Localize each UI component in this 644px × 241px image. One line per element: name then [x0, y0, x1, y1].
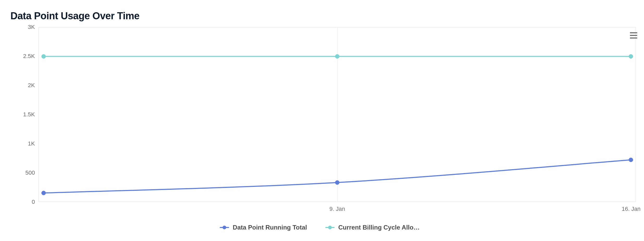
y-tick-label: 1K [4, 140, 35, 147]
y-tick-label: 500 [4, 169, 35, 176]
y-tick-label: 2K [4, 82, 35, 89]
series-point[interactable] [629, 54, 633, 59]
y-tick-label: 2.5K [4, 53, 35, 60]
series-line [44, 160, 631, 193]
y-tick-label: 3K [4, 24, 35, 30]
legend-item[interactable]: Data Point Running Total [220, 224, 307, 231]
series-point[interactable] [41, 191, 46, 195]
hamburger-icon [630, 32, 637, 33]
series-point[interactable] [41, 54, 46, 59]
hamburger-icon [630, 35, 637, 36]
x-tick-label: 16. Jan [622, 206, 641, 212]
hamburger-icon [630, 37, 637, 39]
legend-label: Current Billing Cycle Allowed [338, 224, 424, 231]
chart-legend: Data Point Running TotalCurrent Billing … [0, 224, 644, 231]
chart-plot-area [39, 27, 636, 202]
series-point[interactable] [629, 158, 633, 162]
chart-title: Data Point Usage Over Time [10, 10, 139, 22]
x-axis: 9. Jan16. Jan [39, 206, 636, 216]
legend-marker-icon [325, 225, 335, 230]
x-tick-label: 9. Jan [329, 206, 345, 212]
series-point[interactable] [335, 180, 339, 185]
legend-label: Data Point Running Total [233, 224, 307, 231]
chart-svg [39, 27, 636, 202]
y-axis: 05001K1.5K2K2.5K3K [0, 27, 39, 202]
y-tick-label: 0 [4, 199, 35, 205]
chart-menu-button[interactable] [628, 30, 639, 41]
legend-item[interactable]: Current Billing Cycle Allowed [325, 224, 424, 231]
legend-marker-icon [220, 225, 229, 230]
y-tick-label: 1.5K [4, 111, 35, 118]
series-point[interactable] [335, 54, 339, 59]
